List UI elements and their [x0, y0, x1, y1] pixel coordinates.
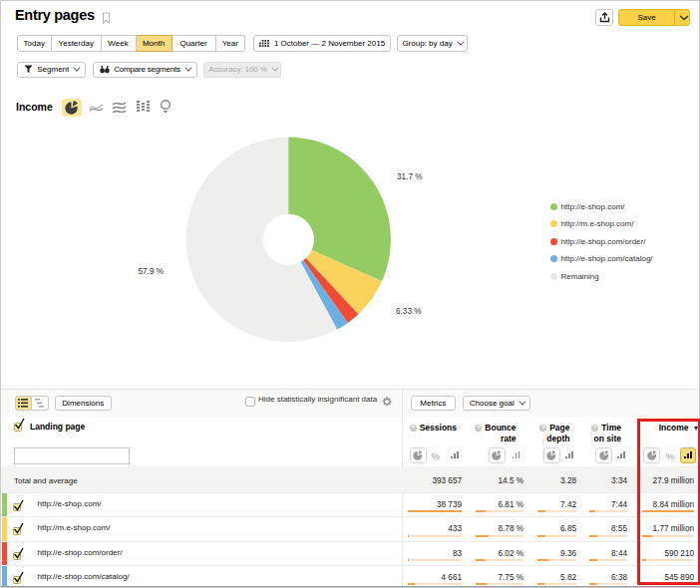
svg-text:6.33 %: 6.33 %: [396, 307, 422, 316]
svg-text:31.7 %: 31.7 %: [397, 172, 423, 181]
svg-text:57.9 %: 57.9 %: [139, 267, 165, 276]
